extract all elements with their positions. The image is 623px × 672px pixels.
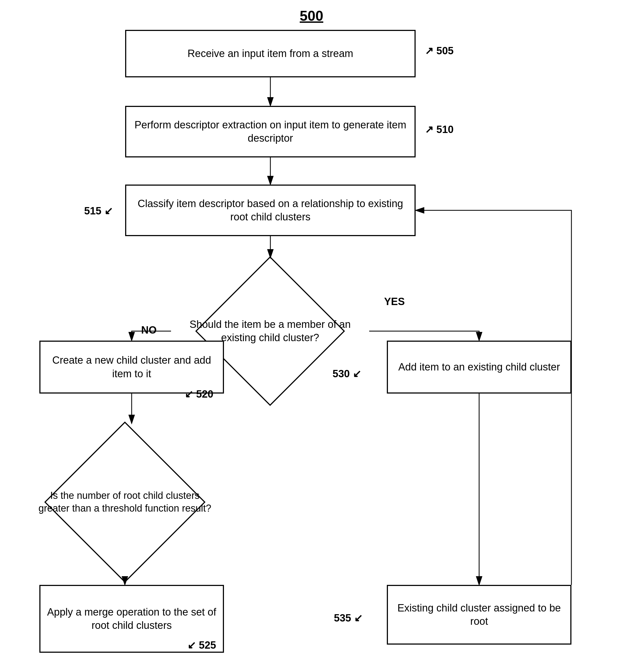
ref-505: ↗ 505	[425, 45, 454, 57]
label-no: NO	[141, 324, 157, 336]
ref-arrow-530: ↙	[353, 368, 361, 379]
ref-arrow-525: ↙	[187, 639, 196, 651]
ref-515: 515 ↙	[84, 205, 113, 217]
box-520: Create a new child cluster and add item …	[39, 341, 224, 394]
ref-arrow-520: ↙	[185, 388, 193, 400]
ref-arrow-535: ↙	[354, 612, 363, 624]
box-515: Classify item descriptor based on a rela…	[125, 185, 416, 236]
arrow-535-515-feedback	[416, 210, 571, 585]
ref-510: ↗ 510	[425, 123, 454, 135]
ref-arrow-510: ↗	[425, 124, 434, 135]
box-510: Perform descriptor extraction on input i…	[125, 106, 416, 157]
ref-arrow-505: ↗	[425, 45, 434, 57]
ref-530: 530 ↙	[332, 368, 361, 380]
flowchart-diagram: 500 Receive an input item from a stream …	[0, 0, 623, 672]
label-yes: YES	[384, 296, 405, 307]
box-505: Receive an input item from a stream	[125, 30, 416, 78]
ref-arrow-515: ↙	[104, 205, 113, 217]
ref-520: ↙ 520	[185, 388, 213, 400]
box-530: Add item to an existing child cluster	[387, 341, 571, 394]
diamond-threshold: Is the number of root child clusters gre…	[22, 423, 228, 581]
ref-535: 535 ↙	[334, 612, 363, 624]
diagram-title: 500	[300, 8, 323, 24]
box-535: Existing child cluster assigned to be ro…	[387, 585, 571, 645]
arrow-yes-530	[369, 331, 479, 340]
ref-525: ↙ 525	[187, 639, 216, 651]
